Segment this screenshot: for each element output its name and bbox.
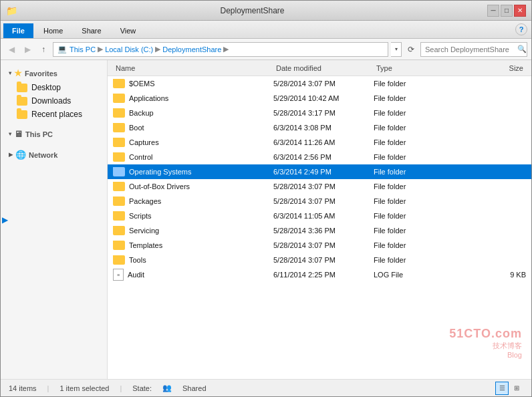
breadcrumb-localdisk[interactable]: Local Disk (C:) xyxy=(105,45,153,53)
sidebar-item-recent-places[interactable]: Recent places xyxy=(1,108,107,121)
table-row[interactable]: Applications 5/29/2014 10:42 AM File fol… xyxy=(108,91,531,106)
minimize-button[interactable]: ─ xyxy=(487,5,499,17)
tab-file[interactable]: File xyxy=(3,23,33,38)
table-row[interactable]: ≡ Audit 6/11/2014 2:25 PM LOG File 9 KB xyxy=(108,267,531,282)
cell-name: $OEMS xyxy=(113,79,273,88)
table-row[interactable]: Servicing 5/28/2014 3:36 PM File folder xyxy=(108,223,531,238)
col-header-date[interactable]: Date modified xyxy=(273,64,374,72)
cell-type: File folder xyxy=(374,227,440,235)
search-box[interactable]: 🔍 xyxy=(420,42,527,57)
table-row[interactable]: Scripts 6/3/2014 11:05 AM File folder xyxy=(108,209,531,223)
breadcrumb-deploymentshare[interactable]: DeploymentShare xyxy=(162,45,221,53)
view-large-button[interactable]: ⊞ xyxy=(510,382,523,395)
sidebar-item-downloads[interactable]: Downloads xyxy=(1,94,107,108)
search-input[interactable] xyxy=(425,45,517,53)
table-row[interactable]: Captures 6/3/2014 11:26 AM File folder xyxy=(108,135,531,150)
window-controls: ─ □ ✕ xyxy=(487,5,526,17)
cell-date: 6/3/2014 3:08 PM xyxy=(273,124,374,132)
view-details-button[interactable]: ☰ xyxy=(495,382,509,395)
cell-date: 5/28/2014 3:36 PM xyxy=(273,227,374,235)
table-row[interactable]: Templates 5/28/2014 3:07 PM File folder xyxy=(108,238,531,253)
cell-date: 6/3/2014 2:56 PM xyxy=(273,153,374,161)
sidebar-item-label: Recent places xyxy=(31,110,82,119)
table-row[interactable]: Control 6/3/2014 2:56 PM File folder xyxy=(108,150,531,164)
computer-icon: 🖥 xyxy=(14,129,23,139)
cell-name: Tools xyxy=(113,255,273,265)
cell-date: 5/28/2014 3:07 PM xyxy=(273,182,374,190)
close-button[interactable]: ✕ xyxy=(514,5,526,17)
cell-date: 5/28/2014 3:07 PM xyxy=(273,197,374,205)
sidebar-favorites-label: Favorites xyxy=(25,70,57,78)
sidebar-network-label: Network xyxy=(29,151,57,159)
window-title: DeploymentShare xyxy=(17,6,487,15)
table-row[interactable]: Packages 5/28/2014 3:07 PM File folder xyxy=(108,194,531,209)
cell-name: Captures xyxy=(113,138,273,147)
folder-icon xyxy=(113,94,125,103)
tab-share[interactable]: Share xyxy=(73,23,110,38)
tab-home[interactable]: Home xyxy=(35,23,72,38)
breadcrumb-sep-1: ▶ xyxy=(98,45,103,53)
cell-type: File folder xyxy=(374,197,440,205)
table-row[interactable]: $OEMS 5/28/2014 3:07 PM File folder xyxy=(108,76,531,91)
watermark: 51CTO.com 技术博客 Blog xyxy=(449,327,522,359)
help-button[interactable]: ? xyxy=(515,23,527,35)
left-scroll-arrow: ▶ xyxy=(2,215,8,225)
cell-name: Templates xyxy=(113,241,273,250)
folder-icon xyxy=(113,167,125,176)
sidebar-section-thispc: ▾ 🖥 This PC xyxy=(1,126,107,142)
col-header-size[interactable]: Size xyxy=(440,64,526,72)
sidebar-header-favorites[interactable]: ▾ ★ Favorites xyxy=(1,65,107,81)
ribbon-tab-row: File Home Share View ? xyxy=(1,21,531,38)
folder-icon xyxy=(113,182,125,191)
sidebar: ▾ ★ Favorites Desktop Downloads Recent p… xyxy=(1,60,108,379)
sidebar-section-favorites: ▾ ★ Favorites Desktop Downloads Recent p… xyxy=(1,65,107,121)
state-value: Shared xyxy=(182,384,206,392)
col-header-name[interactable]: Name xyxy=(113,64,273,72)
table-row[interactable]: Tools 5/28/2014 3:07 PM File folder xyxy=(108,253,531,267)
forward-button[interactable]: ▶ xyxy=(21,43,34,56)
cell-size: 9 KB xyxy=(440,271,526,279)
cell-date: 5/28/2014 3:07 PM xyxy=(273,80,374,88)
cell-date: 5/28/2014 3:07 PM xyxy=(273,241,374,249)
view-icons: ☰ ⊞ xyxy=(495,382,523,395)
breadcrumb-thispc[interactable]: This PC xyxy=(70,45,96,53)
cell-date: 6/11/2014 2:25 PM xyxy=(273,271,374,279)
cell-name: Applications xyxy=(113,94,273,103)
folder-icon xyxy=(113,211,125,221)
sidebar-item-desktop[interactable]: Desktop xyxy=(1,81,107,94)
refresh-button[interactable]: ⟳ xyxy=(404,43,418,56)
breadcrumb-sep-3: ▶ xyxy=(223,45,229,53)
up-button[interactable]: ↑ xyxy=(37,43,50,56)
tab-view[interactable]: View xyxy=(112,23,145,38)
maximize-button[interactable]: □ xyxy=(501,5,513,17)
folder-icon xyxy=(113,138,125,147)
folder-icon xyxy=(113,79,125,88)
back-button[interactable]: ◀ xyxy=(5,43,18,56)
folder-icon xyxy=(113,226,125,235)
folder-icon xyxy=(17,84,27,92)
sidebar-section-network: ▶ 🌐 Network xyxy=(1,147,107,162)
table-row[interactable]: Backup 5/28/2014 3:17 PM File folder xyxy=(108,106,531,120)
cell-type: File folder xyxy=(374,124,440,132)
sidebar-header-thispc[interactable]: ▾ 🖥 This PC xyxy=(1,126,107,142)
log-file-icon: ≡ xyxy=(113,269,124,281)
table-row[interactable]: Operating Systems 6/3/2014 2:49 PM File … xyxy=(108,164,531,179)
address-dropdown[interactable]: ▾ xyxy=(391,42,402,57)
folder-icon xyxy=(17,110,27,119)
search-icon: 🔍 xyxy=(517,45,527,53)
cell-type: File folder xyxy=(374,182,440,190)
cell-name: Control xyxy=(113,152,273,162)
breadcrumb-sep-2: ▶ xyxy=(155,45,160,53)
cell-name: Operating Systems xyxy=(113,167,273,176)
table-row[interactable]: Out-of-Box Drivers 5/28/2014 3:07 PM Fil… xyxy=(108,179,531,194)
selected-info: 1 item selected xyxy=(59,384,109,392)
cell-date: 5/28/2014 3:07 PM xyxy=(273,256,374,264)
sidebar-item-label: Downloads xyxy=(31,96,71,106)
sidebar-item-label: Desktop xyxy=(31,83,61,92)
sidebar-header-network[interactable]: ▶ 🌐 Network xyxy=(1,147,107,162)
col-header-type[interactable]: Type xyxy=(374,64,440,72)
address-path[interactable]: 💻 This PC ▶ Local Disk (C:) ▶ Deployment… xyxy=(53,42,388,57)
folder-icon xyxy=(17,97,27,106)
table-row[interactable]: Boot 6/3/2014 3:08 PM File folder xyxy=(108,120,531,135)
watermark-tagline: 技术博客 xyxy=(449,341,522,351)
